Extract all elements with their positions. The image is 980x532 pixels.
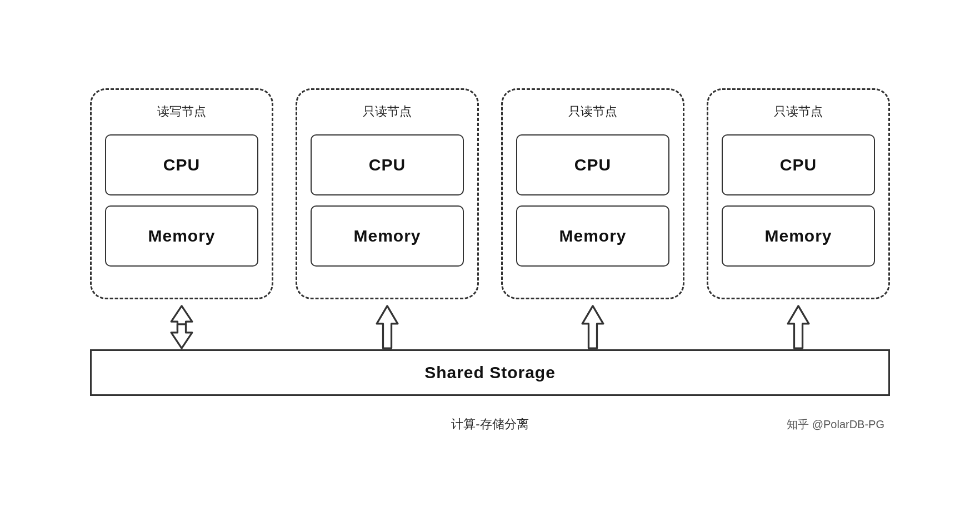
arrows-row	[90, 299, 890, 349]
memory-box-2: Memory	[516, 205, 669, 267]
readonly-node-2-label: 只读节点	[516, 103, 669, 120]
up-arrow-icon-2	[576, 305, 609, 349]
shared-storage-box: Shared Storage	[90, 349, 890, 396]
readonly-node-3: 只读节点 CPU Memory	[707, 88, 890, 299]
caption-row: 计算-存储分离 知乎 @PolarDB-PG	[90, 416, 890, 433]
up-arrow-icon-3	[782, 305, 815, 349]
caption-watermark: 知乎 @PolarDB-PG	[773, 417, 884, 432]
readonly-node-1-label: 只读节点	[311, 103, 464, 120]
cpu-label-3: CPU	[780, 155, 817, 174]
cpu-label-0: CPU	[163, 155, 200, 174]
memory-box-0: Memory	[105, 205, 258, 267]
read-write-node: 读写节点 CPU Memory	[90, 88, 273, 299]
nodes-row: 读写节点 CPU Memory 只读节点 CPU Memory 只读节点 CPU	[90, 88, 890, 299]
up-arrow-icon-1	[371, 305, 404, 349]
cpu-box-2: CPU	[516, 134, 669, 195]
svg-marker-1	[171, 324, 192, 348]
readonly-node-2: 只读节点 CPU Memory	[501, 88, 684, 299]
read-write-node-label: 读写节点	[105, 103, 258, 120]
readonly-node-1: 只读节点 CPU Memory	[296, 88, 479, 299]
cpu-label-1: CPU	[369, 155, 406, 174]
arrow-up-1	[296, 299, 479, 349]
svg-marker-2	[377, 306, 398, 348]
cpu-box-3: CPU	[722, 134, 875, 195]
bidirectional-arrow-icon	[165, 305, 198, 349]
memory-label-0: Memory	[148, 227, 215, 245]
arrow-up-2	[501, 299, 684, 349]
cpu-box-0: CPU	[105, 134, 258, 195]
arrow-bidirectional	[90, 299, 273, 349]
readonly-node-3-label: 只读节点	[722, 103, 875, 120]
diagram-wrapper: 读写节点 CPU Memory 只读节点 CPU Memory 只读节点 CPU	[57, 66, 923, 466]
memory-label-1: Memory	[353, 227, 421, 245]
svg-marker-4	[788, 306, 809, 348]
cpu-label-2: CPU	[574, 155, 611, 174]
memory-label-2: Memory	[559, 227, 626, 245]
cpu-box-1: CPU	[311, 134, 464, 195]
svg-marker-3	[582, 306, 603, 348]
memory-box-3: Memory	[722, 205, 875, 267]
arrow-up-3	[707, 299, 890, 349]
shared-storage-label: Shared Storage	[424, 363, 556, 382]
shared-storage-wrapper: Shared Storage	[90, 349, 890, 396]
memory-box-1: Memory	[311, 205, 464, 267]
caption-main: 计算-存储分离	[207, 416, 773, 433]
memory-label-3: Memory	[764, 227, 832, 245]
